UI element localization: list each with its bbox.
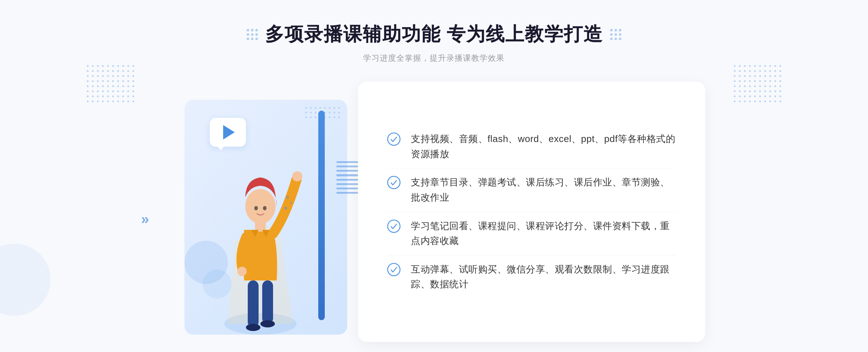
feature-text-2: 支持章节目录、弹题考试、课后练习、课后作业、章节测验、批改作业: [411, 175, 676, 205]
svg-point-11: [284, 207, 287, 210]
svg-point-15: [388, 176, 400, 189]
svg-point-16: [388, 220, 400, 232]
feature-text-3: 学习笔记回看、课程提问、课程评论打分、课件资料下载，重点内容收藏: [411, 219, 676, 249]
svg-point-9: [254, 206, 258, 210]
page-subtitle: 学习进度全掌握，提升录播课教学效果: [247, 53, 621, 64]
features-list: 支持视频、音频、flash、word、excel、ppt、pdf等各种格式的资源…: [387, 125, 676, 299]
play-triangle-icon: [223, 125, 235, 139]
svg-rect-1: [248, 280, 259, 327]
feature-item-2: 支持章节目录、弹题考试、课后练习、课后作业、章节测验、批改作业: [387, 168, 676, 212]
header-dots-right: [610, 29, 621, 40]
svg-point-4: [260, 320, 275, 327]
svg-point-5: [292, 171, 302, 181]
feature-item-3: 学习笔记回看、课程提问、课程评论打分、课件资料下载，重点内容收藏: [387, 212, 676, 256]
check-circle-icon: [387, 176, 401, 189]
feature-item-1: 支持视频、音频、flash、word、excel、ppt、pdf等各种格式的资源…: [387, 125, 676, 168]
svg-point-10: [263, 206, 267, 210]
header-section: 多项录播课辅助功能 专为线上教学打造 学习进度全掌握，提升录播课教学效果: [247, 22, 621, 64]
page-title: 多项录播课辅助功能 专为线上教学打造: [265, 22, 603, 47]
person-figure: [213, 150, 307, 338]
svg-point-17: [388, 263, 400, 276]
stripe-decoration: [336, 161, 358, 194]
check-circle-icon: [387, 219, 401, 233]
bg-dots-right: [734, 65, 781, 102]
check-circle-icon: [387, 263, 401, 276]
header-dots-left: [247, 29, 258, 40]
play-bubble-bg: [210, 118, 246, 147]
svg-point-3: [246, 324, 260, 331]
svg-point-13: [286, 196, 289, 199]
features-panel: 支持视频、音频、flash、word、excel、ppt、pdf等各种格式的资源…: [358, 82, 705, 342]
content-area: »: [163, 82, 705, 349]
feature-text-4: 互动弹幕、试听购买、微信分享、观看次数限制、学习进度跟踪、数据统计: [411, 262, 676, 292]
svg-point-12: [290, 202, 292, 204]
svg-rect-2: [262, 280, 273, 324]
deco-circle-large: [0, 244, 51, 316]
illustration-area: »: [163, 89, 365, 349]
svg-point-6: [237, 267, 247, 276]
page-container: 多项录播课辅助功能 专为线上教学打造 学习进度全掌握，提升录播课教学效果 »: [0, 0, 868, 352]
check-circle-icon: [387, 132, 401, 146]
chevron-left-icon: »: [141, 211, 149, 227]
play-bubble: [210, 118, 250, 150]
svg-point-8: [245, 189, 276, 224]
bg-dots-left: [87, 65, 134, 102]
header-decorators: 多项录播课辅助功能 专为线上教学打造: [247, 22, 621, 47]
feature-item-4: 互动弹幕、试听购买、微信分享、观看次数限制、学习进度跟踪、数据统计: [387, 256, 676, 299]
blue-accent-bar: [318, 111, 325, 320]
svg-point-14: [388, 133, 400, 145]
feature-text-1: 支持视频、音频、flash、word、excel、ppt、pdf等各种格式的资源…: [411, 132, 676, 162]
